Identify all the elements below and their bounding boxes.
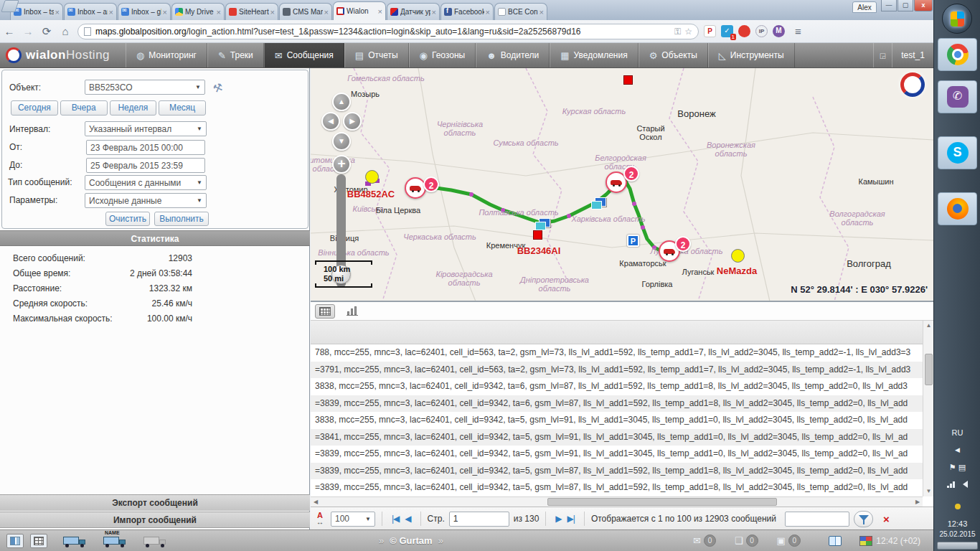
map-pan-up-button[interactable]: ▲ <box>332 93 351 111</box>
browser-tab[interactable]: Датчик ур × <box>387 3 440 20</box>
truck-name-icon[interactable]: NAME <box>103 534 128 547</box>
vertical-scroll-thumb[interactable] <box>925 354 933 385</box>
taskbar-viber-icon[interactable]: ✆ <box>938 80 977 113</box>
map-pan-right-button[interactable]: ▶ <box>343 112 362 131</box>
siteheart-extension-icon[interactable] <box>738 25 750 37</box>
params-select[interactable]: Исходные данные▼ <box>85 193 207 208</box>
message-row[interactable]: =3839, mcc=255, mnc=3, lac=62401, cell_i… <box>311 479 923 496</box>
execute-button[interactable]: Выполнить <box>154 212 209 226</box>
check-extension-icon[interactable]: ✓ <box>721 25 733 37</box>
import-messages-button[interactable]: Импорт сообщений <box>0 512 310 528</box>
page-size-select[interactable]: 100▼ <box>331 512 375 527</box>
scroll-down-icon[interactable]: ▼ <box>923 486 934 496</box>
truck-icon[interactable] <box>63 534 88 547</box>
map-pan-left-button[interactable]: ◀ <box>321 112 340 131</box>
taskbar-firefox-icon[interactable] <box>938 192 977 225</box>
nav-item[interactable]: ▦ Уведомления <box>550 43 638 67</box>
clipboard-icon[interactable]: ▤ <box>958 463 966 471</box>
chart-view-button[interactable] <box>342 304 362 319</box>
browser-menu-icon[interactable]: ≡ <box>795 25 801 37</box>
tab-close-icon[interactable]: × <box>270 8 275 17</box>
tab-close-icon[interactable]: × <box>378 7 382 16</box>
nav-item[interactable]: ⚙ Объекты <box>639 43 708 67</box>
browser-tab[interactable]: CMS Man × <box>279 3 332 20</box>
tab-close-icon[interactable]: × <box>163 8 167 17</box>
filter-input[interactable] <box>785 512 849 527</box>
action-center-icon[interactable]: ⚑ <box>949 463 956 471</box>
red-square-marker[interactable] <box>533 230 542 240</box>
message-row[interactable]: 3838, mcc=255, mnc=3, lac=62401, cell_id… <box>311 412 923 429</box>
clock-time[interactable]: 12:43 <box>934 519 980 528</box>
network-signal-icon[interactable] <box>947 481 957 488</box>
tab-close-icon[interactable]: × <box>55 8 60 17</box>
current-user-label[interactable]: test_1 <box>892 43 933 67</box>
browser-tab[interactable]: Inbox – an × <box>64 3 117 20</box>
grid-view-button[interactable] <box>30 534 47 548</box>
forward-button[interactable]: → <box>19 25 37 37</box>
page-number-input[interactable] <box>449 512 509 527</box>
map-pan-down-button[interactable]: ▼ <box>332 132 351 151</box>
messages-counter-icon[interactable]: ✉ <box>693 535 701 546</box>
nav-item[interactable]: ✉ Сообщения <box>264 43 344 67</box>
vertical-scrollbar[interactable]: ▲ ▼ <box>923 321 933 496</box>
message-row[interactable]: =3841, mcc=255, mnc=3, lac=62401, cell_i… <box>311 429 923 446</box>
chevron-left-icon[interactable]: » <box>379 535 384 546</box>
pdf-extension-icon[interactable]: P <box>704 25 716 37</box>
browser-tab[interactable]: Inbox – gl × <box>118 3 171 20</box>
tab-close-icon[interactable]: × <box>217 8 221 17</box>
export-messages-button[interactable]: Экспорт сообщений <box>0 494 310 511</box>
tab-close-icon[interactable]: × <box>540 8 544 17</box>
tab-close-icon[interactable]: × <box>109 8 113 17</box>
window-close-button[interactable]: x <box>914 0 933 11</box>
tab-close-icon[interactable]: × <box>486 8 490 17</box>
event-flag-icon[interactable] <box>539 218 550 227</box>
last-page-button[interactable]: ▶| <box>567 514 575 524</box>
taskbar-chrome-icon[interactable] <box>938 38 977 71</box>
m-extension-icon[interactable]: M <box>773 25 785 37</box>
network-volume-icons[interactable] <box>934 481 980 489</box>
quick-interval-button[interactable]: Месяц <box>159 100 206 116</box>
close-messages-icon[interactable]: × <box>883 513 890 525</box>
next-page-button[interactable]: ▶ <box>555 514 561 524</box>
yellow-dot-marker[interactable] <box>365 170 379 184</box>
show-desktop-button[interactable] <box>937 542 978 550</box>
tab-close-icon[interactable]: × <box>324 8 329 17</box>
from-date-input[interactable]: 23 Февраль 2015 00:00 <box>86 140 205 155</box>
browser-tab[interactable]: My Drive - × <box>171 3 225 20</box>
volume-icon[interactable] <box>963 481 968 488</box>
clear-button[interactable]: Очистить <box>105 212 150 226</box>
collapse-panel-icon[interactable]: ◲ <box>873 43 892 67</box>
scroll-right-icon[interactable]: ▶ <box>913 497 923 507</box>
nav-item[interactable]: ☻ Водители <box>476 43 550 67</box>
tray-app-icon[interactable] <box>934 502 980 511</box>
event-flag-icon[interactable] <box>595 197 606 207</box>
map-canvas[interactable]: Гомельская областьЧернігівська областьСу… <box>311 68 933 301</box>
url-text[interactable]: maps.globalposition.org/login_action.htm… <box>95 27 671 37</box>
cluster-count-badge[interactable]: 2 <box>675 236 691 252</box>
scroll-up-icon[interactable]: ▲ <box>923 321 934 331</box>
tray-flags-icons[interactable]: ⚑ ▤ <box>934 463 980 472</box>
nav-item[interactable]: ◍ Мониторинг <box>126 43 207 67</box>
back-button[interactable]: ← <box>0 25 19 37</box>
ip-extension-icon[interactable]: IP <box>755 25 768 37</box>
browser-tab[interactable]: SiteHeart × <box>225 3 278 20</box>
split-view-button[interactable] <box>6 534 24 548</box>
bookmark-star-icon[interactable]: ☆ <box>684 27 692 37</box>
message-row[interactable]: =3839, mcc=255, mnc=3, lac=62401, cell_i… <box>311 395 923 413</box>
quick-interval-button[interactable]: Неделя <box>110 100 157 116</box>
reload-button[interactable]: ⟳ <box>37 25 56 38</box>
horizontal-scroll-thumb[interactable] <box>547 498 777 506</box>
to-date-input[interactable]: 25 Февраль 2015 23:59 <box>86 158 205 173</box>
wrench-icon[interactable]: ⚒ <box>211 79 227 95</box>
autofit-columns-icon[interactable]: A↔ <box>316 512 324 525</box>
map-zoom-in-button[interactable]: + <box>332 155 351 174</box>
cluster-count-badge[interactable]: 2 <box>423 176 439 192</box>
filter-funnel-button[interactable] <box>854 511 873 527</box>
clock-date[interactable]: 25.02.2015 <box>934 530 980 538</box>
url-bar[interactable]: maps.globalposition.org/login_action.htm… <box>77 24 699 39</box>
interval-select[interactable]: Указанный интервал▼ <box>85 121 207 136</box>
vehicle-marker[interactable] <box>405 177 426 199</box>
browser-tab[interactable]: BCE Confi × <box>494 3 547 20</box>
tray-expand-icon[interactable]: ◀ <box>934 446 980 453</box>
windows-start-button[interactable] <box>942 4 972 34</box>
